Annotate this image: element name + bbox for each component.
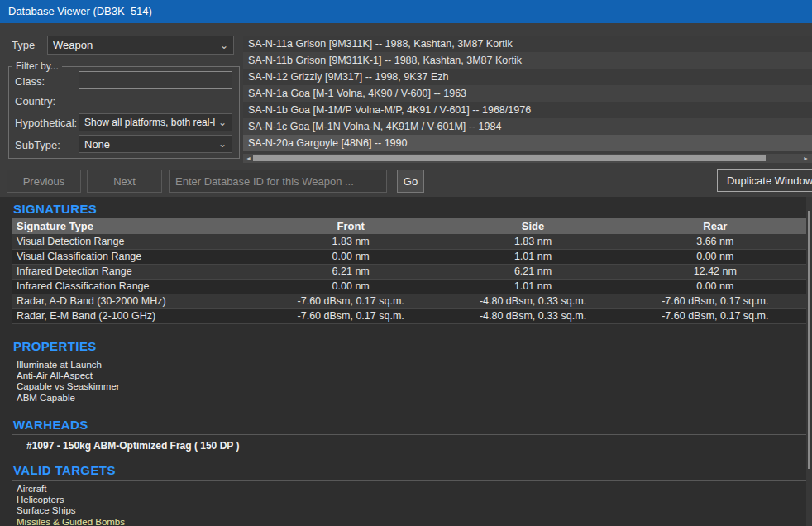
type-dropdown[interactable]: Weapon ⌄	[47, 36, 234, 55]
weapon-list-item[interactable]: SA-N-20a Gargoyle [48N6] -- 1990	[243, 135, 812, 151]
signatures-heading: SIGNATURES	[13, 202, 812, 217]
window-title: Database Viewer (DB3K_514)	[8, 5, 152, 17]
property-item: Capable vs Seaskimmer	[17, 381, 812, 392]
signatures-header-row: Signature TypeFrontSideRear	[12, 218, 806, 234]
database-viewer-window: Database Viewer (DB3K_514) Type Weapon ⌄…	[0, 0, 812, 526]
hypothetical-label: Hypothetical:	[15, 117, 77, 129]
property-item: Illuminate at Launch	[17, 360, 812, 371]
warheads-heading: WARHEADS	[12, 418, 806, 435]
chevron-down-icon: ⌄	[220, 40, 228, 51]
signature-row: Infrared Classification Range0.00 nm1.01…	[12, 279, 806, 294]
country-label: Country:	[15, 95, 55, 108]
valid-target-item: Missiles & Guided Bombs	[17, 517, 812, 526]
signatures-column-header: Side	[442, 218, 623, 234]
scroll-right-icon[interactable]: ►	[803, 154, 809, 163]
type-dropdown-value: Weapon	[53, 39, 93, 51]
signature-row: Infrared Detection Range6.21 nm6.21 nm12…	[12, 264, 806, 279]
signatures-body: Visual Detection Range1.83 nm1.83 nm3.66…	[12, 234, 806, 323]
valid-target-item: Aircraft	[17, 484, 812, 495]
weapon-list-hscrollbar[interactable]: ◄ ►	[243, 154, 812, 163]
scroll-left-icon[interactable]: ◄	[246, 154, 251, 163]
warheads-list: #1097 - 150kg ABM-Optimized Frag ( 150 D…	[26, 440, 812, 452]
go-button[interactable]: Go	[397, 170, 424, 193]
duplicate-window-button[interactable]: Duplicate Window	[717, 169, 812, 192]
properties-heading: PROPERTIES	[12, 339, 806, 356]
class-input[interactable]	[79, 71, 232, 89]
next-button[interactable]: Next	[87, 170, 162, 193]
weapon-list-item[interactable]: SA-N-11a Grison [9M311K] -- 1988, Kashta…	[243, 36, 812, 52]
properties-list: Illuminate at LaunchAnti-Air All-AspectC…	[17, 360, 812, 404]
weapon-list-item[interactable]: SA-N-1a Goa [M-1 Volna, 4K90 / V-600] --…	[243, 85, 812, 102]
subtype-label: SubType:	[15, 139, 60, 151]
signatures-column-header: Rear	[624, 218, 806, 234]
weapon-list-item[interactable]: SA-N-11b Grison [9M311K-1] -- 1988, Kash…	[243, 52, 812, 69]
valid-targets-section: VALID TARGETS AircraftHelicoptersSurface…	[0, 463, 812, 526]
valid-targets-heading: VALID TARGETS	[12, 463, 806, 481]
database-id-input[interactable]	[169, 170, 387, 193]
subtype-dropdown-value: None	[84, 138, 110, 151]
warheads-section: WARHEADS #1097 - 150kg ABM-Optimized Fra…	[0, 418, 812, 452]
weapon-list-item[interactable]: SA-N-1c Goa [M-1N Volna-N, 4K91M / V-601…	[243, 118, 812, 135]
hscrollbar-thumb[interactable]	[253, 155, 766, 161]
signatures-table: Signature TypeFrontSideRear Visual Detec…	[12, 218, 806, 324]
valid-targets-list: AircraftHelicoptersSurface ShipsMissiles…	[17, 484, 812, 526]
chevron-down-icon: ⌄	[218, 117, 227, 128]
hypothetical-dropdown[interactable]: Show all platforms, both real-l ⌄	[79, 113, 232, 132]
titlebar[interactable]: Database Viewer (DB3K_514)	[0, 0, 812, 23]
valid-target-item: Surface Ships	[17, 505, 812, 516]
signatures-column-header: Front	[260, 218, 442, 234]
weapon-list-item[interactable]: SA-N-12 Grizzly [9M317] -- 1998, 9K37 Ez…	[243, 69, 812, 85]
vscrollbar-thumb[interactable]	[808, 211, 810, 469]
subtype-dropdown[interactable]: None ⌄	[79, 135, 232, 153]
type-label: Type	[12, 39, 35, 51]
signatures-section: SIGNATURES Signature TypeFrontSideRear V…	[0, 202, 812, 324]
detail-pane: SIGNATURES Signature TypeFrontSideRear V…	[0, 197, 812, 526]
detail-vscrollbar[interactable]	[806, 197, 812, 526]
properties-section: PROPERTIES Illuminate at LaunchAnti-Air …	[0, 339, 812, 404]
valid-target-item: Helicopters	[17, 495, 812, 505]
signatures-column-header: Signature Type	[12, 218, 260, 234]
chevron-down-icon: ⌄	[218, 138, 227, 150]
signature-row: Visual Classification Range0.00 nm1.01 n…	[12, 249, 806, 264]
weapon-list-item[interactable]: SA-N-1b Goa [M-1M/P Volna-M/P, 4K91 / V-…	[243, 102, 812, 118]
property-item: ABM Capable	[17, 393, 812, 404]
previous-button[interactable]: Previous	[7, 170, 81, 193]
signature-row: Radar, E-M Band (2-100 GHz)-7.60 dBsm, 0…	[12, 308, 806, 323]
property-item: Anti-Air All-Aspect	[17, 371, 812, 381]
warhead-item: #1097 - 150kg ABM-Optimized Frag ( 150 D…	[26, 440, 812, 452]
filter-group-label: Filter by...	[12, 60, 62, 72]
hypothetical-dropdown-value: Show all platforms, both real-l	[84, 117, 215, 128]
signature-row: Visual Detection Range1.83 nm1.83 nm3.66…	[12, 234, 806, 249]
class-label: Class:	[15, 75, 45, 88]
weapon-list[interactable]: SA-N-11a Grison [9M311K] -- 1988, Kashta…	[243, 36, 812, 151]
signature-row: Radar, A-D Band (30-2000 MHz)-7.60 dBsm,…	[12, 294, 806, 308]
